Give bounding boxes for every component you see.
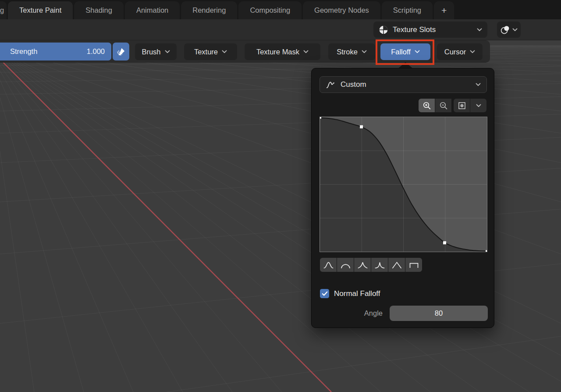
- zoom-in-button[interactable]: [419, 99, 435, 112]
- texture-dropdown-button[interactable]: Texture: [184, 43, 237, 60]
- workspace-tab-bar: gTexture PaintShadingAnimationRenderingC…: [0, 0, 561, 19]
- tab-texture-paint[interactable]: Texture Paint: [8, 1, 73, 19]
- falloff-shape-presets: [320, 258, 422, 272]
- checkmark-icon: [322, 291, 328, 296]
- button-label: Falloff: [391, 48, 411, 56]
- tab-compositing[interactable]: Compositing: [238, 1, 302, 19]
- button-label: Stroke: [337, 48, 358, 56]
- chevron-down-icon: [165, 50, 170, 53]
- tab-animation[interactable]: Animation: [125, 1, 180, 19]
- preset-sphere-button[interactable]: [337, 258, 354, 272]
- tab-rendering[interactable]: Rendering: [181, 1, 237, 19]
- normal-falloff-label: Normal Falloff: [334, 289, 380, 298]
- button-label: Brush: [142, 48, 160, 56]
- chevron-down-icon: [476, 83, 481, 86]
- zoom-out-button[interactable]: [435, 99, 451, 112]
- strength-slider[interactable]: Strength 1.000: [0, 43, 111, 61]
- chevron-down-icon: [477, 28, 482, 32]
- tool-settings-bar: Strength 1.000 BrushTextureTexture MaskS…: [0, 40, 490, 63]
- chevron-down-icon: [415, 50, 420, 53]
- stroke-dropdown-button[interactable]: Stroke: [328, 43, 375, 60]
- tab-shading[interactable]: Shading: [74, 1, 124, 19]
- chevron-down-icon: [512, 28, 518, 32]
- tab-partial[interactable]: g: [0, 1, 7, 19]
- brush-dropdown-button[interactable]: Brush: [135, 43, 177, 60]
- falloff-popup: Custom Normal Falloff Angle 80: [311, 68, 494, 328]
- viewport-shading-dropdown[interactable]: [497, 21, 521, 38]
- falloff-curve-editor[interactable]: [320, 117, 487, 252]
- angle-label: Angle: [312, 306, 383, 321]
- preset-sharp-button[interactable]: [371, 258, 388, 272]
- texture-slots-dropdown[interactable]: Texture Slots: [373, 21, 487, 38]
- falloff-preset-dropdown[interactable]: Custom: [320, 76, 487, 93]
- more-options-button[interactable]: [470, 99, 486, 112]
- button-label: Texture Mask: [256, 48, 299, 56]
- curve-icon: [326, 80, 335, 89]
- preset-smooth-button[interactable]: [320, 258, 337, 272]
- angle-field[interactable]: 80: [390, 306, 488, 321]
- chevron-down-icon: [362, 50, 367, 53]
- stylus-pressure-icon: [116, 47, 126, 57]
- tab-scripting[interactable]: Scripting: [382, 1, 433, 19]
- chevron-down-icon: [303, 50, 309, 53]
- material-preview-icon: [500, 25, 511, 35]
- normal-falloff-checkbox[interactable]: [320, 289, 329, 298]
- cursor-dropdown-button[interactable]: Cursor: [437, 43, 483, 60]
- strength-label: Strength: [10, 47, 37, 56]
- tab-geometry-nodes[interactable]: Geometry Nodes: [303, 1, 380, 19]
- clipping-button[interactable]: [454, 99, 470, 112]
- chevron-down-icon: [470, 50, 475, 53]
- viewport-header: Texture Slots: [0, 19, 561, 40]
- button-label: Cursor: [444, 48, 466, 56]
- pressure-sensitivity-toggle[interactable]: [113, 43, 129, 61]
- add-workspace-button[interactable]: +: [434, 1, 454, 19]
- chevron-down-icon: [222, 50, 227, 53]
- preset-linear-button[interactable]: [388, 258, 405, 272]
- angle-value: 80: [435, 309, 443, 317]
- strength-value: 1.000: [87, 47, 105, 56]
- preset-root-button[interactable]: [354, 258, 371, 272]
- button-label: Texture: [194, 48, 218, 56]
- texture-sphere-icon: [379, 25, 388, 35]
- texture-slots-label: Texture Slots: [393, 25, 436, 34]
- texture-mask-dropdown-button[interactable]: Texture Mask: [245, 43, 320, 60]
- falloff-dropdown-button[interactable]: Falloff: [380, 43, 430, 60]
- falloff-preset-value: Custom: [341, 80, 366, 89]
- preset-constant-button[interactable]: [405, 258, 422, 272]
- curve-toolbar: [419, 99, 486, 112]
